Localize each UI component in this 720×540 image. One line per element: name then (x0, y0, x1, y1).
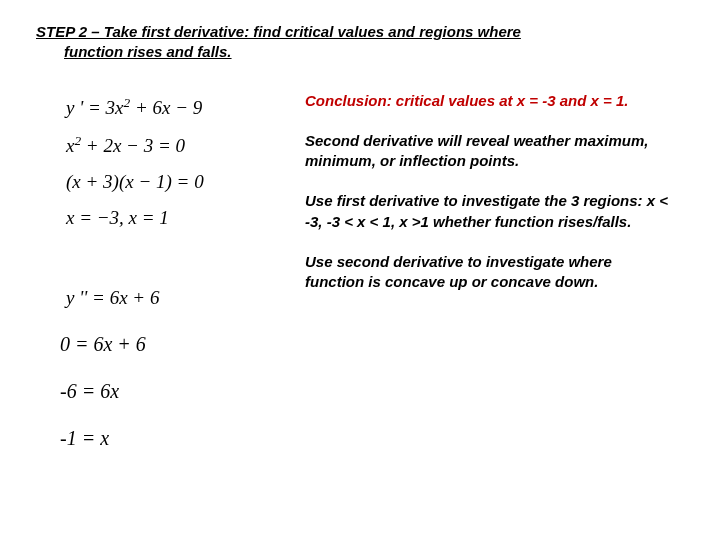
note-second-derivative: Second derivative will reveal weather ma… (305, 131, 674, 172)
work-step-1: 0 = 6x + 6 (60, 333, 281, 356)
equation-second-derivative: y '' = 6x + 6 (66, 287, 281, 309)
equation-solutions: x = −3, x = 1 (66, 207, 281, 229)
content-area: y ' = 3x2 + 6x − 9 x2 + 2x − 3 = 0 (x + … (36, 91, 684, 451)
work-step-3: -1 = x (60, 427, 281, 450)
step-heading: STEP 2 – Take first derivative: find cri… (36, 22, 684, 63)
right-column: Conclusion: critical values at x = -3 an… (305, 91, 684, 451)
note-conclusion: Conclusion: critical values at x = -3 an… (305, 91, 674, 111)
note-first-derivative-regions: Use first derivative to investigate the … (305, 191, 674, 232)
left-column: y ' = 3x2 + 6x − 9 x2 + 2x − 3 = 0 (x + … (36, 91, 281, 451)
note-concavity: Use second derivative to investigate whe… (305, 252, 674, 293)
equation-factored: (x + 3)(x − 1) = 0 (66, 171, 281, 193)
heading-line1: STEP 2 – Take first derivative: find cri… (36, 23, 521, 40)
work-step-2: -6 = 6x (60, 380, 281, 403)
equation-first-derivative: y ' = 3x2 + 6x − 9 (66, 95, 281, 119)
equation-quadratic: x2 + 2x − 3 = 0 (66, 133, 281, 157)
heading-line2: function rises and falls. (64, 42, 684, 62)
